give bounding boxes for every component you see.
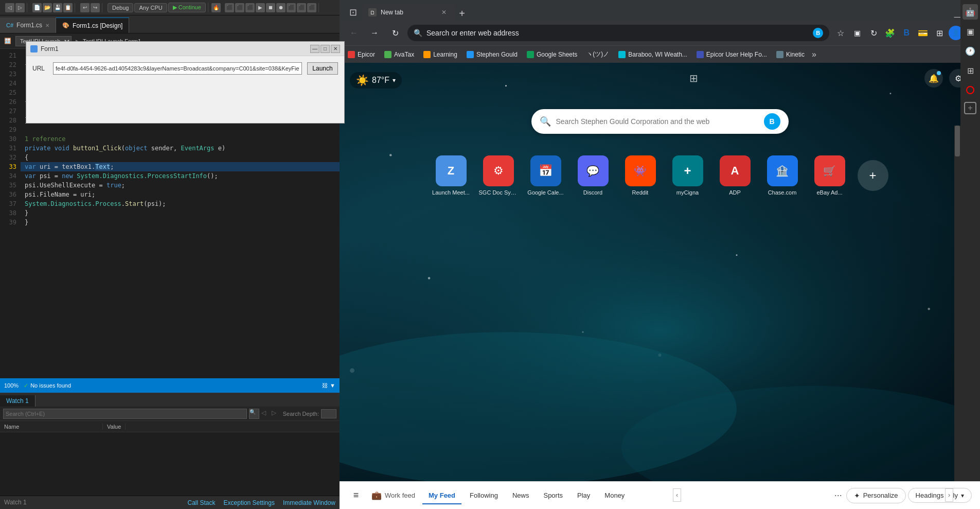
vs-tab-form1-design[interactable]: 🎨 Form1.cs [Design] — [56, 17, 129, 33]
vs-tool7[interactable]: ⬛ — [287, 3, 296, 12]
app-sgc-doc[interactable]: ⚙ SGC Doc Sys... — [479, 155, 518, 196]
vs-back-btn[interactable]: ◁ — [5, 3, 14, 12]
form1-minimize-btn[interactable]: — — [310, 45, 319, 53]
watch-tab-1[interactable]: Watch 1 — [0, 395, 35, 407]
edge-sidebar-apps-btn[interactable]: ⊞ — [963, 63, 978, 78]
bookmark-more-btn[interactable]: » — [810, 50, 818, 59]
newtab-bing-search-btn[interactable]: B — [764, 113, 780, 130]
bookmark-emoji[interactable]: ヽ(ツ)ノ — [582, 48, 613, 61]
app-chase[interactable]: 🏦 Chase.com — [763, 155, 802, 196]
browser-collections-btn[interactable]: ▣ — [850, 26, 864, 40]
bookmark-epicor-forum[interactable]: Epicor User Help Fo... — [692, 48, 771, 61]
app-mycigna[interactable]: + myCigna — [668, 155, 707, 196]
browser-bing-btn[interactable]: B — [899, 26, 914, 40]
vs-tool8[interactable]: ⬛ — [297, 3, 306, 12]
feed-menu-icon-btn[interactable]: ≡ — [348, 487, 364, 504]
vs-tool1[interactable]: ⬛ — [225, 3, 234, 12]
bookmark-avatax-label: AvaTax — [394, 51, 414, 58]
browser-active-tab[interactable]: 🗋 New tab ✕ — [362, 4, 455, 21]
edge-sidebar-history-btn[interactable]: 🕐 — [963, 43, 978, 59]
vs-debug-dropdown[interactable]: Debug — [108, 3, 133, 12]
vs-save-btn[interactable]: 💾 — [53, 3, 62, 12]
feed-play-tab[interactable]: Play — [571, 488, 596, 502]
newtab-search-input[interactable] — [556, 117, 759, 126]
bookmark-epicor[interactable]: Epicor — [344, 48, 379, 61]
feed-money-tab[interactable]: Money — [598, 488, 631, 502]
vs-tool6[interactable]: ⏺ — [276, 3, 286, 12]
watch-search-input[interactable] — [3, 409, 247, 419]
form1-maximize-btn[interactable]: □ — [320, 45, 330, 53]
vs-filter-btn[interactable]: ▼ — [330, 382, 335, 389]
feed-scroll-right-btn[interactable]: › — [945, 488, 953, 502]
app-launch-meet-label: Launch Meet... — [432, 189, 470, 196]
feed-myfeed-tab[interactable]: My Feed — [422, 488, 461, 502]
form1-title-bar[interactable]: Form1 — □ ✕ — [26, 42, 344, 56]
vs-open-btn[interactable]: 📂 — [43, 3, 52, 12]
feed-news-tab[interactable]: News — [506, 488, 536, 502]
browser-wallet-btn[interactable]: 💳 — [916, 26, 930, 40]
app-discord[interactable]: 💬 Discord — [574, 155, 613, 196]
bookmark-learning[interactable]: Learning — [419, 48, 461, 61]
browser-browser-refresh-icon[interactable]: ↻ — [866, 26, 881, 40]
feed-sports-tab[interactable]: Sports — [537, 488, 569, 502]
edge-sidebar-collections-btn[interactable]: ▣ — [963, 24, 978, 39]
feed-following-tab[interactable]: Following — [464, 488, 504, 502]
vs-tool5[interactable]: ⏹ — [266, 3, 275, 12]
browser-tab-close-btn[interactable]: ✕ — [439, 8, 449, 17]
bookmark-stephen-gould[interactable]: Stephen Gould — [462, 48, 522, 61]
app-google-cal[interactable]: 📅 Google Cale... — [526, 155, 565, 196]
feed-personalize-btn[interactable]: ✦ Personalize — [846, 488, 906, 503]
newtab-search-box[interactable]: 🔍 B — [531, 109, 789, 134]
bookmark-kinetic[interactable]: Kinetic — [772, 48, 809, 61]
ln-29: 29 — [0, 125, 16, 134]
vs-tool9[interactable]: ⬛ — [307, 3, 316, 12]
bookmark-baraboo[interactable]: Baraboo, WI Weath... — [614, 48, 691, 61]
app-reddit[interactable]: 👾 Reddit — [621, 155, 660, 196]
app-launch-meet[interactable]: Z Launch Meet... — [432, 155, 471, 196]
app-ebay[interactable]: 🛒 eBay Ad... — [810, 155, 849, 196]
vs-tab-close-form1cs[interactable]: ✕ — [45, 23, 49, 28]
browser-back-btn[interactable]: ← — [346, 25, 362, 41]
feed-headings-dropdown[interactable]: Headings only ▾ — [908, 488, 972, 503]
app-adp[interactable]: A ADP — [716, 155, 755, 196]
weather-widget[interactable]: ☀️ 87°F ▾ — [350, 72, 402, 89]
browser-new-tab-btn[interactable]: + — [455, 6, 469, 21]
watch-prev-btn[interactable]: ◁ — [261, 409, 271, 418]
watch-next-btn[interactable]: ▷ — [272, 409, 281, 418]
vs-undo-btn[interactable]: ↩ — [80, 3, 90, 12]
form1-launch-button[interactable]: Launch — [307, 62, 338, 75]
vs-tool2[interactable]: ⬛ — [235, 3, 244, 12]
vs-save-all-btn[interactable]: 📋 — [63, 3, 73, 12]
browser-forward-btn[interactable]: → — [366, 25, 383, 41]
vs-tool3[interactable]: ⬛ — [245, 3, 255, 12]
vs-new-btn[interactable]: 📄 — [32, 3, 42, 12]
vs-forward-btn[interactable]: ▷ — [15, 3, 25, 12]
bookmark-avatax[interactable]: AvaTax — [380, 48, 418, 61]
browser-refresh-btn[interactable]: ↻ — [387, 25, 403, 41]
vs-continue-btn[interactable]: ▶ Continue — [168, 3, 206, 12]
watch-depth-input[interactable] — [321, 409, 336, 418]
bookmark-google-sheets[interactable]: Google Sheets — [523, 48, 581, 61]
newtab-scroll-thumb[interactable] — [955, 126, 960, 156]
form1-url-input[interactable] — [53, 62, 302, 75]
browser-extensions-btn[interactable]: 🧩 — [883, 26, 897, 40]
feed-more-btn[interactable]: ··· — [832, 488, 844, 503]
edge-sidebar-circle-btn[interactable] — [963, 82, 978, 98]
browser-star-btn[interactable]: ☆ — [833, 26, 848, 40]
newtab-scrollbar[interactable] — [954, 126, 960, 481]
app-add-btn[interactable]: + — [858, 160, 888, 191]
watch-search-btn[interactable]: 🔍 — [249, 409, 259, 419]
browser-address-bar[interactable]: 🔍 Search or enter web address B — [407, 25, 829, 41]
form1-close-btn[interactable]: ✕ — [331, 45, 340, 53]
vs-tab-form1cs[interactable]: C# Form1.cs ✕ — [0, 17, 56, 33]
vs-cpu-dropdown[interactable]: Any CPU — [134, 3, 167, 12]
newtab-notification-btn[interactable]: 🔔 — [924, 69, 943, 87]
edge-sidebar-copilot-btn[interactable]: 🤖 — [963, 4, 978, 20]
feed-scroll-left-btn[interactable]: ‹ — [673, 488, 681, 502]
edge-sidebar-add-btn[interactable]: + — [964, 102, 976, 114]
vs-tool4[interactable]: ▶ — [256, 3, 265, 12]
newtab-grid-icon-btn[interactable]: ⊞ — [689, 72, 698, 84]
feed-workfeed-tab[interactable]: 💼 Work feed — [366, 487, 420, 503]
browser-sidebar-btn[interactable]: ⊞ — [932, 26, 947, 40]
vs-redo-btn[interactable]: ↪ — [91, 3, 100, 12]
